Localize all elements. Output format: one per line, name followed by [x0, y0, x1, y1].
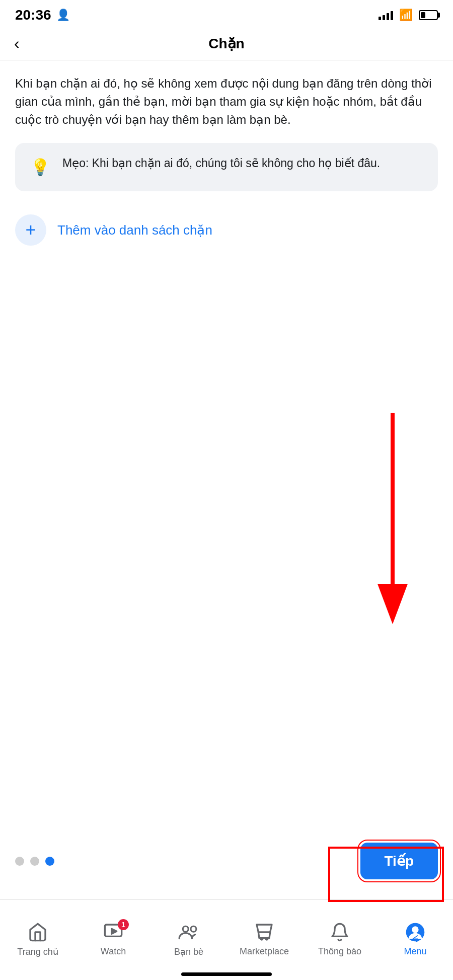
description-text: Khi bạn chặn ai đó, họ sẽ không xem được… [15, 74, 438, 129]
nav-label-menu: Menu [404, 946, 426, 957]
bottom-action-bar: Tiếp [0, 833, 453, 889]
page-title: Chặn [208, 35, 244, 52]
add-icon-circle: + [15, 214, 46, 246]
marketplace-icon [251, 921, 278, 943]
dot-2 [30, 857, 39, 866]
menu-icon [402, 921, 429, 943]
main-content: Khi bạn chặn ai đó, họ sẽ không xem được… [0, 60, 453, 251]
user-icon: 👤 [56, 9, 70, 22]
svg-point-6 [261, 938, 262, 940]
nav-label-friends: Bạn bè [174, 946, 203, 957]
plus-icon: + [25, 221, 36, 239]
tip-box: 💡 Mẹo: Khi bạn chặn ai đó, chúng tôi sẽ … [15, 143, 438, 191]
nav-item-watch[interactable]: 1 Watch [76, 921, 151, 957]
next-button[interactable]: Tiếp [360, 843, 438, 879]
svg-point-5 [191, 926, 196, 932]
nav-item-home[interactable]: Trang chủ [0, 921, 76, 957]
nav-label-notifications: Thông báo [318, 946, 361, 957]
svg-marker-3 [112, 929, 117, 934]
nav-label-home: Trang chủ [17, 946, 58, 957]
nav-item-menu[interactable]: Menu [378, 921, 453, 957]
bottom-nav: Trang chủ 1 Watch Bạn bè [0, 899, 453, 980]
svg-point-9 [412, 926, 418, 933]
battery-icon [419, 10, 438, 20]
status-time: 20:36 👤 [15, 7, 70, 23]
time-display: 20:36 [15, 7, 51, 23]
header: ‹ Chặn [0, 27, 453, 60]
home-indicator [181, 972, 272, 976]
nav-label-marketplace: Marketplace [240, 946, 289, 957]
nav-item-friends[interactable]: Bạn bè [151, 921, 226, 957]
wifi-icon: 📶 [399, 9, 413, 22]
svg-point-7 [266, 938, 267, 940]
watch-badge: 1 [118, 919, 129, 930]
dot-1 [15, 857, 24, 866]
watch-icon: 1 [100, 921, 127, 943]
add-block-row[interactable]: + Thêm vào danh sách chặn [15, 209, 438, 251]
status-icons: 📶 [379, 9, 438, 22]
dot-3 [45, 857, 54, 866]
friends-icon [175, 921, 202, 943]
back-button[interactable]: ‹ [14, 34, 20, 53]
tip-text: Mẹo: Khi bạn chặn ai đó, chúng tôi sẽ kh… [62, 155, 380, 171]
svg-marker-1 [378, 584, 408, 624]
nav-item-marketplace[interactable]: Marketplace [226, 921, 302, 957]
nav-item-notifications[interactable]: Thông báo [302, 921, 378, 957]
signal-icon [379, 10, 393, 20]
status-bar: 20:36 👤 📶 [0, 0, 453, 27]
arrow-annotation [372, 413, 413, 624]
add-block-label: Thêm vào danh sách chặn [57, 222, 212, 238]
svg-point-4 [183, 926, 188, 932]
notifications-icon [326, 921, 353, 943]
nav-label-watch: Watch [101, 946, 126, 957]
lightbulb-icon: 💡 [28, 155, 52, 179]
progress-dots [15, 857, 54, 866]
home-icon [24, 921, 51, 943]
